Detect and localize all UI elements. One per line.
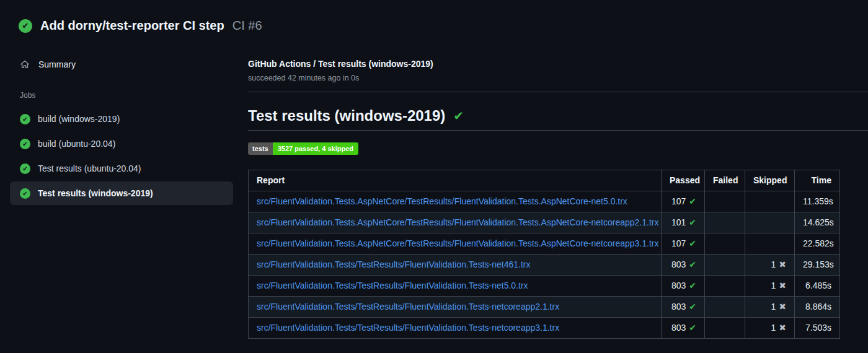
passed-cell: 803✔ <box>662 276 705 297</box>
time-cell: 22.582s <box>795 233 840 255</box>
skipped-cell <box>745 212 795 233</box>
report-link[interactable]: src/FluentValidation.Tests/TestResults/F… <box>257 302 559 312</box>
checkrun-title: GitHub Actions / Test results (windows-2… <box>248 59 868 69</box>
badge-value: 3527 passed, 4 skipped <box>273 142 358 155</box>
column-header-failed: Failed <box>705 170 745 191</box>
report-cell: src/FluentValidation.Tests.AspNetCore/Te… <box>249 191 662 212</box>
job-success-icon: ✔ <box>20 188 30 199</box>
passed-check-icon: ✔ <box>689 302 696 312</box>
failed-cell <box>705 233 745 255</box>
summary-label: Summary <box>38 59 76 69</box>
skipped-cell: 1✖ <box>745 276 795 297</box>
passed-cell: 107✔ <box>662 191 705 212</box>
passed-cell: 803✔ <box>662 297 705 318</box>
passed-cell: 803✔ <box>662 318 705 339</box>
job-success-icon: ✔ <box>20 163 30 174</box>
failed-cell <box>705 276 745 297</box>
time-cell: 7.503s <box>795 318 840 339</box>
job-success-icon: ✔ <box>20 114 30 124</box>
skipped-cell <box>745 233 795 255</box>
skipped-cell: 1✖ <box>745 297 795 318</box>
job-success-icon: ✔ <box>20 139 30 149</box>
table-row: src/FluentValidation.Tests/TestResults/F… <box>249 297 840 318</box>
report-link[interactable]: src/FluentValidation.Tests.AspNetCore/Te… <box>257 238 658 248</box>
passed-check-icon: ✔ <box>689 238 696 248</box>
column-header-report: Report <box>249 170 662 191</box>
job-label: Test results (windows-2019) <box>38 188 153 198</box>
column-header-passed: Passed <box>662 170 705 191</box>
skipped-cell: 1✖ <box>745 255 795 276</box>
tests-badge: tests 3527 passed, 4 skipped <box>248 142 358 155</box>
badge-row: tests 3527 passed, 4 skipped <box>248 131 868 155</box>
report-section-heading: Test results (windows-2019) ✔ <box>248 107 868 131</box>
passed-cell: 803✔ <box>662 255 705 276</box>
run-number: CI #6 <box>232 19 262 33</box>
report-link[interactable]: src/FluentValidation.Tests/TestResults/F… <box>257 323 559 333</box>
passed-check-icon: ✔ <box>689 196 696 206</box>
table-header-row: ReportPassedFailedSkippedTime <box>249 170 840 191</box>
job-label: Test results (ubuntu-20.04) <box>38 163 141 173</box>
report-cell: src/FluentValidation.Tests/TestResults/F… <box>249 276 662 297</box>
failed-cell <box>705 212 745 233</box>
passed-check-icon: ✔ <box>689 323 696 333</box>
failed-cell <box>705 318 745 339</box>
page-layout: Summary Jobs ✔ build (windows-2019) ✔ bu… <box>0 33 868 339</box>
badge-label: tests <box>248 142 273 155</box>
sidebar-job-item[interactable]: ✔ Test results (ubuntu-20.04) <box>10 157 233 180</box>
time-cell: 11.359s <box>795 191 840 212</box>
passed-check-icon: ✔ <box>689 281 696 290</box>
skipped-cell: 1✖ <box>745 318 795 339</box>
skipped-cross-icon: ✖ <box>779 302 786 312</box>
sidebar-item-summary[interactable]: Summary <box>10 55 233 74</box>
skipped-cross-icon: ✖ <box>779 281 786 290</box>
sidebar-job-item[interactable]: ✔ Test results (windows-2019) <box>10 181 233 205</box>
checkrun-status-line: succeeded 42 minutes ago in 0s <box>248 74 868 82</box>
passed-check-icon: ✔ <box>689 217 696 227</box>
table-row: src/FluentValidation.Tests.AspNetCore/Te… <box>249 212 840 233</box>
time-cell: 8.864s <box>795 297 840 318</box>
jobs-list: ✔ build (windows-2019) ✔ build (ubuntu-2… <box>10 107 233 205</box>
report-cell: src/FluentValidation.Tests/TestResults/F… <box>249 255 662 276</box>
job-label: build (windows-2019) <box>38 114 120 124</box>
table-row: src/FluentValidation.Tests/TestResults/F… <box>249 318 840 339</box>
table-row: src/FluentValidation.Tests.AspNetCore/Te… <box>249 233 840 255</box>
main-content: GitHub Actions / Test results (windows-2… <box>248 33 868 339</box>
skipped-cross-icon: ✖ <box>779 259 786 269</box>
column-header-time: Time <box>795 170 840 191</box>
sidebar-job-item[interactable]: ✔ build (windows-2019) <box>10 107 233 131</box>
table-row: src/FluentValidation.Tests.AspNetCore/Te… <box>249 191 840 212</box>
table-row: src/FluentValidation.Tests/TestResults/F… <box>249 276 840 297</box>
time-cell: 29.153s <box>795 255 840 276</box>
report-link[interactable]: src/FluentValidation.Tests/TestResults/F… <box>257 281 528 290</box>
passed-check-icon: ✔ <box>689 259 696 269</box>
time-cell: 14.625s <box>795 212 840 233</box>
sidebar: Summary Jobs ✔ build (windows-2019) ✔ bu… <box>0 33 248 206</box>
report-cell: src/FluentValidation.Tests/TestResults/F… <box>249 297 662 318</box>
table-row: src/FluentValidation.Tests/TestResults/F… <box>249 255 840 276</box>
failed-cell <box>705 191 745 212</box>
run-header: ✔ Add dorny/test-reporter CI step CI #6 <box>0 0 868 33</box>
report-link[interactable]: src/FluentValidation.Tests.AspNetCore/Te… <box>257 196 627 206</box>
checkrun-header: GitHub Actions / Test results (windows-2… <box>248 59 868 92</box>
report-cell: src/FluentValidation.Tests/TestResults/F… <box>249 318 662 339</box>
report-success-check-icon: ✔ <box>453 110 464 122</box>
column-header-skipped: Skipped <box>745 170 795 191</box>
passed-cell: 101✔ <box>662 212 705 233</box>
test-results-table: ReportPassedFailedSkippedTime src/Fluent… <box>248 170 840 339</box>
passed-cell: 107✔ <box>662 233 705 255</box>
jobs-section-label: Jobs <box>10 91 233 100</box>
failed-cell <box>705 255 745 276</box>
report-title: Test results (windows-2019) <box>248 107 445 124</box>
sidebar-job-item[interactable]: ✔ build (ubuntu-20.04) <box>10 132 233 155</box>
skipped-cross-icon: ✖ <box>779 323 786 333</box>
job-label: build (ubuntu-20.04) <box>38 139 115 149</box>
run-title: Add dorny/test-reporter CI step <box>40 19 224 33</box>
skipped-cell <box>745 191 795 212</box>
time-cell: 6.485s <box>795 276 840 297</box>
report-link[interactable]: src/FluentValidation.Tests/TestResults/F… <box>257 259 530 269</box>
report-link[interactable]: src/FluentValidation.Tests.AspNetCore/Te… <box>257 217 658 227</box>
report-cell: src/FluentValidation.Tests.AspNetCore/Te… <box>249 233 662 255</box>
report-cell: src/FluentValidation.Tests.AspNetCore/Te… <box>249 212 662 233</box>
failed-cell <box>705 297 745 318</box>
run-success-icon: ✔ <box>19 19 32 33</box>
